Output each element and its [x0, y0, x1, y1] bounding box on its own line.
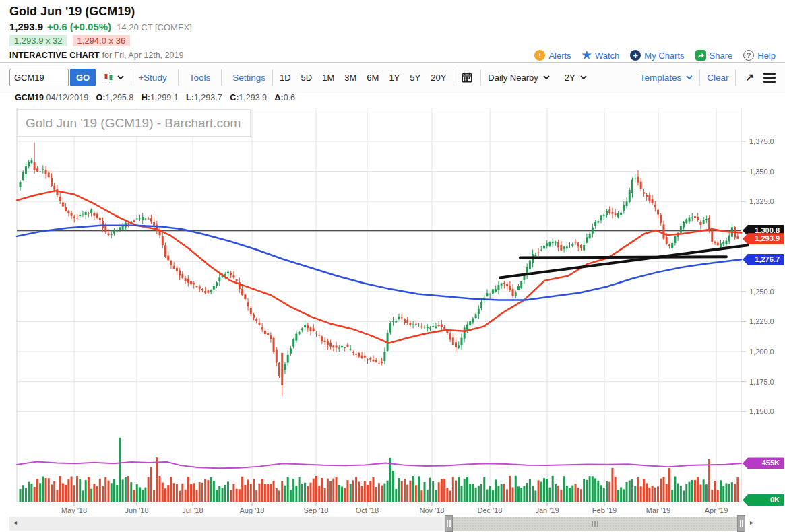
plus-circle-icon: +: [630, 50, 641, 61]
y-axis-label: 1,350.0: [749, 168, 774, 176]
x-axis-label: Aug '18: [240, 506, 265, 514]
y-axis-label: 1,225.0: [749, 317, 774, 325]
chevron-down-icon: [543, 75, 550, 79]
chart-type-dropdown[interactable]: [104, 72, 124, 83]
x-axis-label: Nov '18: [420, 506, 445, 514]
go-button[interactable]: GO: [70, 69, 96, 86]
chart-area: May '18Jun '18Jul '18Aug '18Sep '18Oct '…: [0, 108, 785, 532]
x-axis-label: Mar '19: [646, 506, 670, 514]
price-chart[interactable]: May '18Jun '18Jul '18Aug '18Sep '18Oct '…: [0, 108, 785, 532]
barchart-interactive-chart-page: Gold Jun '19 (GCM19) 1,293.9 +0.6 (+0.05…: [0, 0, 785, 532]
delta-value: 0.6: [284, 93, 295, 102]
range-button-1y[interactable]: 1Y: [389, 73, 400, 83]
scrollbar-left-handle[interactable]: [445, 515, 453, 532]
scrollbar-grip: [592, 521, 598, 527]
price-badge: 1,293.9: [743, 233, 784, 244]
share-link[interactable]: Share: [695, 50, 733, 61]
range-button-6m[interactable]: 6M: [367, 73, 379, 83]
bid-ask-row: 1,293.9 x 32 1,294.0 x 36: [9, 35, 785, 46]
chart-scrollbar-track[interactable]: ◂ ▸: [9, 517, 745, 531]
range-button-3m[interactable]: 3M: [344, 73, 356, 83]
divider: [272, 69, 273, 86]
alerts-link[interactable]: ! Alerts: [534, 50, 571, 61]
chevron-down-icon: [580, 75, 587, 79]
ask-value: 1,294.0 x 36: [73, 35, 131, 46]
ohlc-date: 04/12/2019: [46, 93, 89, 102]
y-axis-label: 1,175.0: [749, 378, 774, 386]
x-axis-label: Jan '19: [535, 506, 559, 514]
last-price: 1,293.9: [9, 21, 43, 32]
x-axis-label: Oct '18: [356, 506, 379, 514]
trend-line[interactable]: [520, 257, 726, 257]
quote-time: 14:20 CT [COMEX]: [117, 22, 192, 32]
settings-button[interactable]: Settings: [232, 73, 265, 83]
range-buttons: 1D5D1M3M6M1Y5Y20Y: [280, 73, 446, 83]
watch-link[interactable]: ★ Watch: [582, 50, 620, 61]
volume-badge: 455K: [743, 457, 784, 469]
chart-toolbar: GO +Study Tools Settings 1D5D1M3M6M1Y5Y2…: [0, 63, 785, 92]
price-badge: 1,276.7: [743, 254, 784, 265]
range-button-20y[interactable]: 20Y: [431, 73, 446, 83]
divider: [221, 69, 222, 86]
x-axis-label: Feb '19: [592, 506, 617, 514]
x-axis-label: Apr '19: [705, 506, 728, 514]
x-axis-label: May '18: [61, 506, 87, 514]
open-value: 1,295.8: [106, 93, 134, 102]
lookback-dropdown[interactable]: 2Y: [565, 73, 587, 83]
question-icon: ?: [743, 50, 754, 61]
volume-badge: 0K: [743, 494, 784, 506]
x-axis-label: Jun '18: [125, 506, 148, 514]
divider: [131, 69, 131, 86]
range-button-5y[interactable]: 5Y: [410, 73, 420, 83]
share-icon: [695, 50, 706, 61]
clear-button[interactable]: Clear: [707, 73, 728, 83]
add-study-button[interactable]: +Study: [138, 73, 166, 83]
calendar-icon-button[interactable]: [462, 72, 472, 83]
divider: [699, 69, 700, 86]
x-axis-label: Dec '18: [478, 506, 503, 514]
low-value: 1,293.7: [194, 93, 222, 102]
price-change: +0.6 (+0.05%): [47, 21, 111, 32]
y-axis-label: 1,250.0: [749, 288, 774, 296]
range-button-1d[interactable]: 1D: [280, 73, 291, 83]
scrollbar-right-handle[interactable]: [737, 515, 745, 532]
alert-icon: !: [534, 50, 545, 61]
range-button-1m[interactable]: 1M: [322, 73, 334, 83]
candlestick-icon: [104, 72, 114, 83]
y-axis-label: 1,375.0: [749, 137, 774, 145]
divider: [735, 69, 736, 86]
x-axis-label: Jul '18: [182, 506, 203, 514]
quote-header: Gold Jun '19 (GCM19) 1,293.9 +0.6 (+0.05…: [0, 0, 785, 63]
chart-watermark: Gold Jun '19 (GCM19) - Barchart.com: [17, 109, 251, 137]
page-subtitle: INTERACTIVE CHART for Fri, Apr 12th, 201…: [9, 51, 183, 60]
chevron-down-icon: [117, 75, 124, 79]
divider: [480, 69, 481, 86]
calendar-icon: [462, 72, 472, 83]
scroll-left-icon[interactable]: ◂: [13, 519, 17, 526]
tools-button[interactable]: Tools: [189, 73, 211, 83]
templates-dropdown[interactable]: Templates: [640, 73, 693, 83]
star-icon: ★: [582, 50, 592, 61]
frequency-dropdown[interactable]: Daily Nearby: [488, 73, 549, 83]
my-charts-link[interactable]: + My Charts: [630, 50, 684, 61]
ohlc-info-bar: GCM19 04/12/2019 O:1,295.8 H:1,299.1 L:1…: [15, 93, 298, 102]
y-axis-label: 1,150.0: [749, 407, 774, 415]
close-value: 1,293.9: [239, 93, 267, 102]
chevron-down-icon: [686, 75, 693, 79]
page-title: Gold Jun '19 (GCM19): [9, 5, 785, 19]
bid-value: 1,293.9 x 32: [9, 35, 67, 46]
price-row: 1,293.9 +0.6 (+0.05%) 14:20 CT [COMEX]: [9, 21, 785, 32]
divider: [178, 69, 179, 86]
range-button-5d[interactable]: 5D: [301, 73, 313, 83]
ohlc-symbol: GCM19: [15, 93, 44, 102]
expand-arrow-icon[interactable]: ↗: [745, 71, 754, 84]
scroll-right-icon[interactable]: ▸: [750, 519, 753, 526]
divider: [453, 69, 453, 86]
y-axis-label: 1,325.0: [749, 197, 774, 205]
high-value: 1,299.1: [150, 93, 179, 102]
help-link[interactable]: ? Help: [743, 50, 776, 61]
symbol-input[interactable]: [9, 69, 69, 86]
chart-scrollbar-thumb[interactable]: [445, 517, 745, 531]
menu-icon[interactable]: [763, 73, 776, 83]
x-axis-label: Sep '18: [304, 506, 329, 514]
